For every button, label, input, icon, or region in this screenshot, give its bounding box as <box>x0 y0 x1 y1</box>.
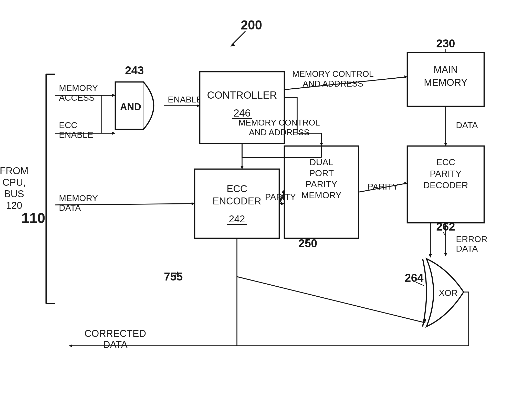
ref-200-text: 200 <box>241 18 262 32</box>
memory-access-label: MEMORY <box>59 83 98 93</box>
ref-110: 110 <box>21 210 45 226</box>
mem-ctrl-upper-label: MEMORY CONTROL <box>292 69 374 79</box>
svg-text:120: 120 <box>6 200 22 211</box>
ref-230: 230 <box>436 37 455 50</box>
error-data-label: ERROR <box>456 234 487 244</box>
enable-label: ENABLE <box>168 95 202 104</box>
ref-264: 264 <box>405 272 424 284</box>
svg-text:ENCODER: ENCODER <box>213 196 261 206</box>
ecc-encoder-label: ECC <box>227 183 247 194</box>
svg-text:AND ADDRESS: AND ADDRESS <box>249 128 310 137</box>
svg-text:CPU,: CPU, <box>3 177 26 188</box>
xor-label: XOR <box>439 288 458 298</box>
svg-text:PORT: PORT <box>309 168 334 178</box>
memory-data-label: MEMORY <box>59 193 98 203</box>
ecc-enable-label: ECC <box>59 120 77 130</box>
dual-port-label: DUAL <box>309 157 333 167</box>
svg-text:DATA: DATA <box>456 244 478 253</box>
svg-text:PARITY: PARITY <box>430 169 462 179</box>
from-text: FROM <box>0 165 28 176</box>
svg-text:AND ADDRESS: AND ADDRESS <box>303 79 363 88</box>
ref-250: 250 <box>298 237 317 250</box>
and-label: AND <box>120 101 141 112</box>
svg-text:246: 246 <box>234 107 251 119</box>
ref-755: 755 <box>164 270 183 283</box>
ecc-parity-decoder-label: ECC <box>436 157 455 167</box>
corrected-data-label: CORRECTED <box>85 328 146 339</box>
ref-243: 243 <box>125 64 144 77</box>
svg-text:BUS: BUS <box>4 189 24 199</box>
svg-text:DECODER: DECODER <box>423 180 468 190</box>
svg-text:242: 242 <box>229 214 245 224</box>
svg-text:MEMORY: MEMORY <box>301 190 342 200</box>
svg-text:ACCESS: ACCESS <box>59 93 95 102</box>
diagram-container: 200 FROM CPU, BUS 120 110 MEMORY ACCESS … <box>0 0 532 395</box>
svg-text:PARITY: PARITY <box>306 179 337 189</box>
data-label: DATA <box>456 120 478 130</box>
controller-text: CONTROLLER <box>207 89 277 101</box>
svg-text:MEMORY: MEMORY <box>424 77 467 88</box>
parity-2-label: PARITY <box>368 182 398 191</box>
main-memory-label: MAIN <box>434 64 458 75</box>
svg-text:DATA: DATA <box>103 339 128 350</box>
svg-text:ENABLE: ENABLE <box>59 130 93 140</box>
mem-ctrl-lower-label: MEMORY CONTROL <box>238 118 320 127</box>
